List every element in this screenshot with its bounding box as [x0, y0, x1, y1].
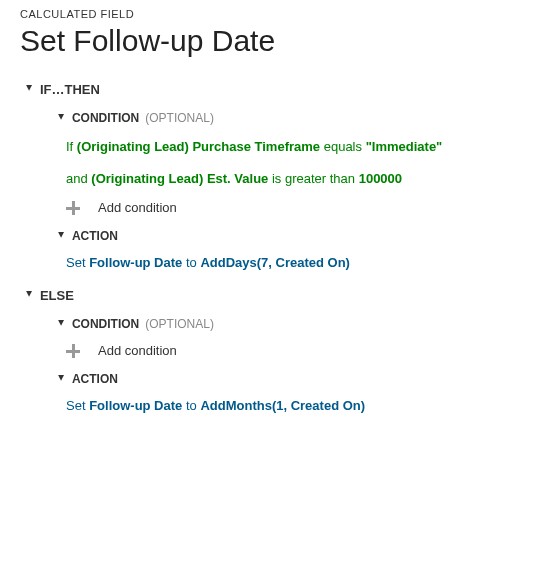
else-condition-header[interactable]: ▲ CONDITION (OPTIONAL) — [56, 317, 513, 331]
collapse-icon: ▲ — [56, 230, 66, 241]
else-header[interactable]: ▲ ELSE — [24, 288, 513, 303]
action-field: Follow-up Date — [89, 398, 182, 413]
condition-label: CONDITION — [72, 111, 139, 125]
if-action-block: ▲ ACTION Set Follow-up Date to AddDays(7… — [56, 229, 513, 270]
condition-row[interactable]: If (Originating Lead) Purchase Timeframe… — [66, 137, 513, 157]
action-function: AddMonths(1, Created On) — [200, 398, 365, 413]
condition-value: 100000 — [359, 171, 402, 186]
condition-operator: equals — [324, 139, 362, 154]
action-set: Set — [66, 255, 86, 270]
collapse-icon: ▲ — [24, 83, 34, 94]
add-condition-button[interactable]: Add condition — [66, 343, 513, 358]
action-function: AddDays(7, Created On) — [200, 255, 350, 270]
condition-value: "Immediate" — [366, 139, 443, 154]
if-then-section: ▲ IF…THEN ▲ CONDITION (OPTIONAL) If (Ori… — [24, 82, 513, 270]
condition-prefix: If — [66, 139, 73, 154]
condition-field: (Originating Lead) Est. Value — [91, 171, 268, 186]
if-condition-header[interactable]: ▲ CONDITION (OPTIONAL) — [56, 111, 513, 125]
action-field: Follow-up Date — [89, 255, 182, 270]
action-to: to — [186, 398, 197, 413]
action-row[interactable]: Set Follow-up Date to AddDays(7, Created… — [66, 255, 513, 270]
optional-label: (OPTIONAL) — [145, 317, 214, 331]
else-action-block: ▲ ACTION Set Follow-up Date to AddMonths… — [56, 372, 513, 413]
add-condition-label: Add condition — [98, 200, 177, 215]
condition-label: CONDITION — [72, 317, 139, 331]
else-action-header[interactable]: ▲ ACTION — [56, 372, 513, 386]
action-row[interactable]: Set Follow-up Date to AddMonths(1, Creat… — [66, 398, 513, 413]
action-label: ACTION — [72, 229, 118, 243]
condition-field: (Originating Lead) Purchase Timeframe — [77, 139, 320, 154]
add-condition-button[interactable]: Add condition — [66, 200, 513, 215]
else-label: ELSE — [40, 288, 74, 303]
collapse-icon: ▲ — [24, 289, 34, 300]
action-set: Set — [66, 398, 86, 413]
else-section: ▲ ELSE ▲ CONDITION (OPTIONAL) Add condit… — [24, 288, 513, 413]
field-type-label: CALCULATED FIELD — [20, 8, 513, 20]
plus-icon — [66, 201, 80, 215]
plus-icon — [66, 344, 80, 358]
condition-operator: is greater than — [272, 171, 355, 186]
optional-label: (OPTIONAL) — [145, 111, 214, 125]
else-condition-block: ▲ CONDITION (OPTIONAL) Add condition — [56, 317, 513, 358]
page-title: Set Follow-up Date — [20, 24, 513, 58]
add-condition-label: Add condition — [98, 343, 177, 358]
if-then-label: IF…THEN — [40, 82, 100, 97]
if-condition-block: ▲ CONDITION (OPTIONAL) If (Originating L… — [56, 111, 513, 215]
if-action-header[interactable]: ▲ ACTION — [56, 229, 513, 243]
collapse-icon: ▲ — [56, 318, 66, 329]
condition-row[interactable]: and (Originating Lead) Est. Value is gre… — [66, 169, 513, 189]
collapse-icon: ▲ — [56, 373, 66, 384]
collapse-icon: ▲ — [56, 112, 66, 123]
action-label: ACTION — [72, 372, 118, 386]
action-to: to — [186, 255, 197, 270]
condition-prefix: and — [66, 171, 88, 186]
if-then-header[interactable]: ▲ IF…THEN — [24, 82, 513, 97]
